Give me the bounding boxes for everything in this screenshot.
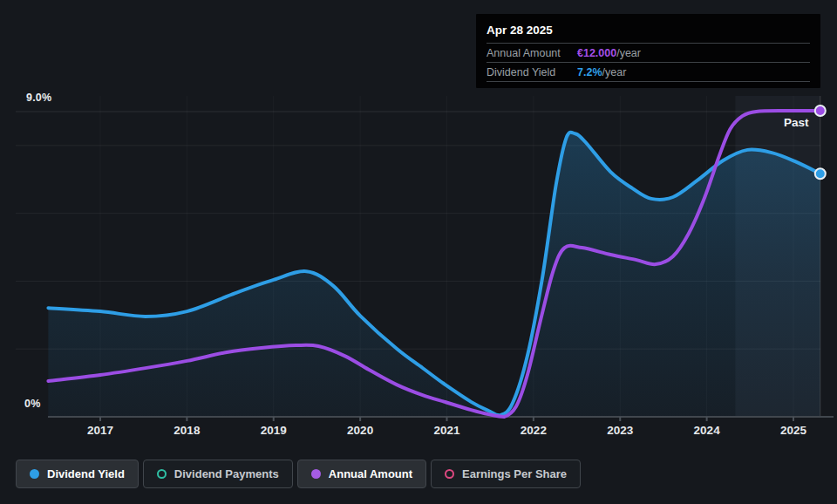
dividend-payments-marker-dot-icon xyxy=(157,469,167,479)
tooltip-row-suffix: /year xyxy=(602,66,627,78)
x-axis-label-2019: 2019 xyxy=(261,424,287,437)
x-axis-label-2020: 2020 xyxy=(347,424,373,437)
chart-legend: Dividend YieldDividend PaymentsAnnual Am… xyxy=(16,460,581,488)
y-axis-label-top: 9.0% xyxy=(26,92,51,104)
legend-button-dividend-yield[interactable]: Dividend Yield xyxy=(16,460,139,488)
legend-label: Dividend Yield xyxy=(47,467,125,480)
annual-amount-marker-dot-icon xyxy=(311,469,321,479)
tooltip-row: Dividend Yield7.2%/year xyxy=(487,62,810,81)
x-axis-label-2023: 2023 xyxy=(607,424,633,437)
legend-label: Annual Amount xyxy=(329,467,412,480)
chart-tooltip: Apr 28 2025 Annual Amount€12.000/yearDiv… xyxy=(476,14,820,88)
y-axis-label-zero: 0% xyxy=(24,398,40,410)
x-axis-label-2017: 2017 xyxy=(87,424,113,437)
dividend-yield-marker-dot-icon xyxy=(30,469,39,479)
x-axis-label-2025: 2025 xyxy=(780,424,806,437)
legend-button-dividend-payments[interactable]: Dividend Payments xyxy=(143,460,293,488)
tooltip-row-suffix: /year xyxy=(616,47,641,59)
dividend-yield-end-marker[interactable] xyxy=(815,168,826,179)
tooltip-rows: Annual Amount€12.000/yearDividend Yield7… xyxy=(487,43,810,82)
tooltip-row-value: €12.000 xyxy=(577,47,616,59)
legend-label: Earnings Per Share xyxy=(462,467,567,480)
tooltip-row: Annual Amount€12.000/year xyxy=(487,43,810,62)
x-axis-label-2024: 2024 xyxy=(694,424,720,437)
earnings-per-share-marker-dot-icon xyxy=(445,469,454,479)
legend-button-earnings-per-share[interactable]: Earnings Per Share xyxy=(431,460,581,488)
tooltip-row-label: Annual Amount xyxy=(487,47,577,59)
dividend-history-chart-page: { "tooltip": { "date": "Apr 28 2025", "r… xyxy=(0,0,837,504)
annual-amount-end-marker[interactable] xyxy=(815,106,826,116)
x-axis-label-2022: 2022 xyxy=(521,424,547,437)
x-axis-label-2021: 2021 xyxy=(433,424,459,437)
tooltip-date: Apr 28 2025 xyxy=(487,21,810,43)
legend-button-annual-amount[interactable]: Annual Amount xyxy=(297,460,426,488)
tooltip-row-value: 7.2% xyxy=(577,66,602,78)
legend-label: Dividend Payments xyxy=(174,467,279,480)
tooltip-row-label: Dividend Yield xyxy=(487,66,577,78)
past-label: Past xyxy=(784,116,809,129)
x-axis-label-2018: 2018 xyxy=(174,424,200,437)
